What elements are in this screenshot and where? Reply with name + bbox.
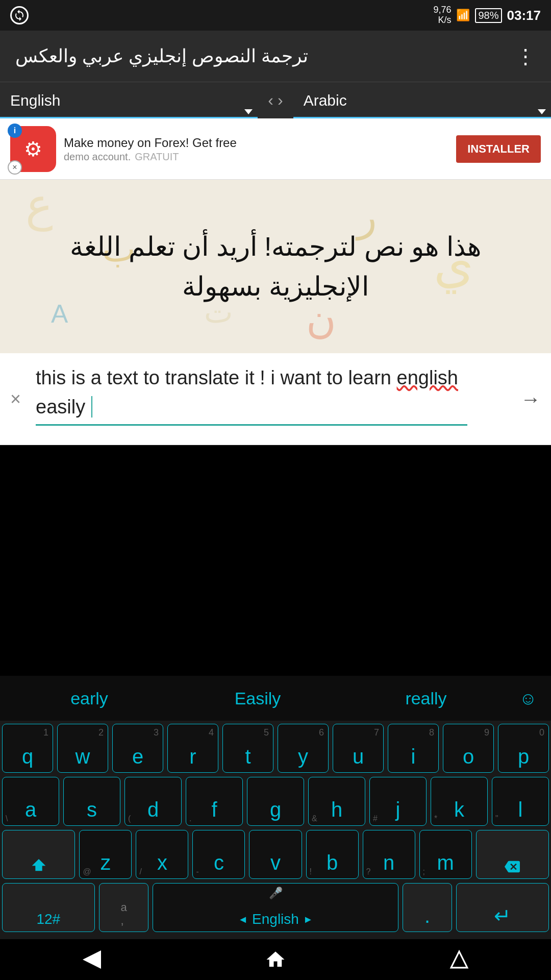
comma-key[interactable]: a, [99,883,149,932]
emoji-icon: ☺ [519,689,537,708]
target-language-selector[interactable]: Arabic [293,82,551,118]
source-language-selector[interactable]: English [0,82,258,118]
ad-close-badge[interactable]: × [8,160,22,175]
keyboard: early Easily really ☺ 1q 2w 3e 4r 5t 6y … [0,676,551,939]
ad-banner: ⚙ i × Make money on Forex! Get free demo… [0,118,551,180]
status-bar: 9,76K/s 📶 98% 03:17 [0,0,551,31]
clear-input-button[interactable]: × [10,388,21,410]
battery-icon: 98% [475,8,502,23]
keyboard-row-1: 1q 2w 3e 4r 5t 6y 7u 8i 9o 0p [2,724,549,773]
backspace-key[interactable] [476,830,549,879]
space-key[interactable]: ◄ English ► 🎤 [153,883,398,932]
suggestion-easily[interactable]: Easily [173,689,342,708]
translated-text: هذا هو نص لترجمته! أريد أن تعلم اللغة ال… [0,211,551,322]
emoji-button[interactable]: ☺ [510,680,546,716]
key-s[interactable]: s [63,777,120,826]
symbols-key[interactable]: 12# [2,883,95,932]
ad-icon: ⚙ i × [10,126,56,172]
language-selector-bar: English ‹ › Arabic [0,82,551,118]
input-area[interactable]: × this is a text to translate it ! i wan… [0,353,551,445]
enter-icon: ↵ [494,904,511,927]
overflow-menu-button[interactable]: ⋮ [515,44,536,68]
key-r[interactable]: 4r [167,724,218,773]
key-f[interactable]: .f [186,777,243,826]
recents-icon [449,950,469,969]
suggestion-really[interactable]: really [342,689,510,708]
home-icon [265,949,286,970]
key-m[interactable]: ;m [419,830,472,879]
swap-left-icon: ‹ [268,91,273,110]
ad-info-badge: i [8,124,22,138]
source-lang-dropdown-arrow [244,109,253,114]
navigation-bar [0,939,551,980]
key-p[interactable]: 0p [498,724,549,773]
suggestions-row: early Easily really ☺ [0,676,551,721]
key-y[interactable]: 6y [278,724,329,773]
key-v[interactable]: v [249,830,302,879]
back-icon [83,950,101,969]
translate-button[interactable]: → [520,387,541,410]
ad-install-button[interactable]: INSTALLER [456,135,541,163]
target-lang-dropdown-arrow [538,109,546,114]
key-t[interactable]: 5t [222,724,273,773]
ad-sub-text: demo account. [64,151,131,163]
keyboard-row-3: @z /x -c v !b ?n ;m [2,830,549,879]
network-speed: 9,76K/s [433,5,451,26]
recents-button[interactable] [444,944,474,975]
key-q[interactable]: 1q [2,724,53,773]
key-j[interactable]: #j [369,777,427,826]
key-w[interactable]: 2w [57,724,108,773]
dot-key[interactable]: . [403,883,453,932]
key-c[interactable]: -c [192,830,245,879]
key-u[interactable]: 7u [333,724,384,773]
rotate-icon [10,6,29,24]
source-language-label: English [10,92,60,109]
ad-main-text: Make money on Forex! Get free [64,135,456,151]
microphone-icon: 🎤 [269,887,283,900]
svg-marker-8 [451,951,467,968]
key-k[interactable]: *k [431,777,488,826]
ad-text-content: Make money on Forex! Get free demo accou… [64,135,456,162]
keyboard-row-2: \a s (d .f g &h #j *k "l [2,777,549,826]
translation-display-area: ع ب ر ي ت A ن هذا هو نص لترجمته! أريد أن… [0,180,551,353]
time-display: 03:17 [507,8,541,23]
key-e[interactable]: 3e [112,724,163,773]
key-i[interactable]: 8i [388,724,439,773]
key-rows: 1q 2w 3e 4r 5t 6y 7u 8i 9o 0p \a s (d .f… [0,721,551,939]
key-b[interactable]: !b [306,830,359,879]
signal-icon: 📶 [456,9,470,22]
ad-gear-icon: ⚙ [24,137,42,161]
key-n[interactable]: ?n [363,830,415,879]
key-h[interactable]: &h [308,777,365,826]
key-x[interactable]: /x [136,830,188,879]
suggestion-early[interactable]: early [5,689,173,708]
misspelled-word: english [397,367,458,388]
input-text-display: this is a text to translate it ! i want … [36,363,515,422]
swap-languages-button[interactable]: ‹ › [258,91,293,110]
space-key-lang-label: English [252,911,299,927]
ad-sub-tag: GRATUIT [135,151,179,163]
input-underline [36,424,467,426]
keyboard-row-4: 12# a, ◄ English ► 🎤 . ↵ [2,883,549,932]
key-g[interactable]: g [247,777,304,826]
target-language-label: Arabic [304,92,347,109]
shift-key[interactable] [2,830,75,879]
status-bar-right: 9,76K/s 📶 98% 03:17 [433,5,541,26]
key-l[interactable]: "l [492,777,549,826]
key-o[interactable]: 9o [443,724,494,773]
key-a[interactable]: \a [2,777,59,826]
home-button[interactable] [260,944,291,975]
app-bar: ترجمة النصوص إنجليزي عربي والعكس ⋮ [0,31,551,82]
key-d[interactable]: (d [124,777,182,826]
enter-key[interactable]: ↵ [456,883,549,932]
key-z[interactable]: @z [79,830,132,879]
swap-right-icon: › [278,91,283,110]
app-title: ترجمة النصوص إنجليزي عربي والعكس [15,45,308,67]
back-button[interactable] [77,944,107,975]
